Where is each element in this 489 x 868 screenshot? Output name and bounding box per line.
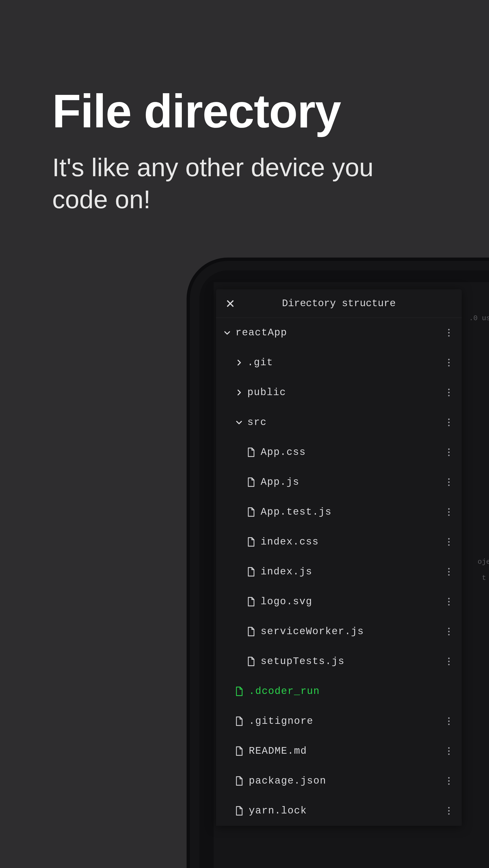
more-options-button[interactable] bbox=[443, 446, 455, 458]
hero-subtitle: It's like any other device you code on! bbox=[52, 151, 432, 215]
tree-item-label: App.css bbox=[261, 446, 443, 458]
folder-row[interactable]: src bbox=[216, 407, 462, 437]
tree-item-label: reactApp bbox=[235, 327, 443, 338]
more-vertical-icon bbox=[448, 568, 450, 576]
file-icon bbox=[247, 537, 255, 547]
hero-title: File directory bbox=[52, 88, 432, 135]
more-options-button[interactable] bbox=[443, 506, 455, 518]
tree-item-label: src bbox=[247, 417, 443, 428]
file-row[interactable]: .dcoder_run bbox=[216, 676, 462, 706]
background-code-fragment: .0 used bbox=[469, 314, 489, 322]
more-vertical-icon bbox=[448, 747, 450, 755]
file-tree: reactApp.gitpublicsrcApp.cssApp.jsApp.te… bbox=[216, 318, 462, 826]
panel-header: Directory structure bbox=[216, 289, 462, 318]
more-options-button[interactable] bbox=[443, 715, 455, 727]
folder-row[interactable]: reactApp bbox=[216, 318, 462, 348]
chevron-down-icon bbox=[235, 418, 243, 426]
more-vertical-icon bbox=[448, 657, 450, 665]
more-vertical-icon bbox=[448, 777, 450, 785]
device-screen: .0 used ry oject t it ny Directory struc… bbox=[213, 282, 489, 868]
file-icon bbox=[247, 597, 255, 607]
tree-item-label: setupTests.js bbox=[261, 656, 443, 667]
more-options-button[interactable] bbox=[443, 566, 455, 578]
file-row[interactable]: README.md bbox=[216, 736, 462, 766]
file-icon bbox=[247, 447, 255, 457]
tree-item-label: App.js bbox=[261, 476, 443, 488]
more-options-button[interactable] bbox=[443, 745, 455, 757]
file-row[interactable]: .gitignore bbox=[216, 706, 462, 736]
chevron-right-icon bbox=[235, 389, 243, 397]
more-vertical-icon bbox=[448, 717, 450, 725]
more-options-button[interactable] bbox=[443, 626, 455, 637]
more-vertical-icon bbox=[448, 359, 450, 367]
file-icon bbox=[247, 477, 255, 487]
panel-title: Directory structure bbox=[237, 298, 455, 309]
file-row[interactable]: package.json bbox=[216, 766, 462, 796]
tree-item-label: index.css bbox=[261, 536, 443, 548]
folder-row[interactable]: .git bbox=[216, 348, 462, 377]
file-row[interactable]: setupTests.js bbox=[216, 647, 462, 676]
device-frame: .0 used ry oject t it ny Directory struc… bbox=[190, 261, 489, 868]
file-icon bbox=[235, 716, 243, 726]
file-icon bbox=[247, 627, 255, 637]
file-row[interactable]: App.css bbox=[216, 437, 462, 467]
more-vertical-icon bbox=[448, 418, 450, 426]
background-code-fragment: t it bbox=[482, 574, 489, 582]
tree-item-label: logo.svg bbox=[261, 596, 443, 607]
file-icon bbox=[235, 776, 243, 786]
file-row[interactable]: yarn.lock bbox=[216, 796, 462, 826]
device-screen-bezel: .0 used ry oject t it ny Directory struc… bbox=[199, 270, 489, 868]
tree-item-label: README.md bbox=[249, 745, 443, 757]
more-vertical-icon bbox=[448, 598, 450, 606]
tree-item-label: .git bbox=[247, 357, 443, 368]
file-row[interactable]: App.js bbox=[216, 467, 462, 497]
more-options-button[interactable] bbox=[443, 596, 455, 607]
more-options-button[interactable] bbox=[443, 476, 455, 488]
close-icon bbox=[226, 300, 234, 308]
more-options-button[interactable] bbox=[443, 775, 455, 787]
more-options-button[interactable] bbox=[443, 536, 455, 548]
tree-item-label: yarn.lock bbox=[249, 805, 443, 816]
tree-item-label: .gitignore bbox=[249, 715, 443, 727]
more-vertical-icon bbox=[448, 627, 450, 636]
more-vertical-icon bbox=[448, 508, 450, 516]
file-icon bbox=[247, 567, 255, 577]
hero: File directory It's like any other devic… bbox=[52, 88, 432, 215]
directory-panel: Directory structure reactApp.gitpublicsr… bbox=[216, 289, 462, 826]
file-row[interactable]: index.js bbox=[216, 557, 462, 587]
file-icon bbox=[247, 507, 255, 517]
more-vertical-icon bbox=[448, 538, 450, 546]
folder-row[interactable]: public bbox=[216, 377, 462, 407]
tree-item-label: index.js bbox=[261, 566, 443, 578]
more-options-button[interactable] bbox=[443, 805, 455, 816]
file-row[interactable]: serviceWorker.js bbox=[216, 617, 462, 647]
more-options-button[interactable] bbox=[443, 417, 455, 428]
file-icon bbox=[235, 746, 243, 756]
chevron-down-icon bbox=[223, 329, 231, 337]
more-options-button[interactable] bbox=[443, 327, 455, 338]
tree-item-label: .dcoder_run bbox=[249, 686, 455, 697]
more-vertical-icon bbox=[448, 807, 450, 815]
more-vertical-icon bbox=[448, 389, 450, 397]
more-vertical-icon bbox=[448, 448, 450, 456]
tree-item-label: App.test.js bbox=[261, 506, 443, 518]
file-icon bbox=[235, 806, 243, 816]
file-row[interactable]: index.css bbox=[216, 527, 462, 557]
close-button[interactable] bbox=[223, 297, 237, 311]
more-options-button[interactable] bbox=[443, 357, 455, 368]
more-vertical-icon bbox=[448, 478, 450, 486]
file-row[interactable]: App.test.js bbox=[216, 497, 462, 527]
tree-item-label: public bbox=[247, 387, 443, 398]
more-options-button[interactable] bbox=[443, 656, 455, 667]
tree-item-label: package.json bbox=[249, 775, 443, 787]
more-vertical-icon bbox=[448, 329, 450, 337]
background-code-fragment: oject bbox=[478, 558, 489, 566]
file-icon bbox=[247, 656, 255, 666]
file-row[interactable]: logo.svg bbox=[216, 587, 462, 617]
file-icon bbox=[235, 686, 243, 696]
tree-item-label: serviceWorker.js bbox=[261, 626, 443, 637]
chevron-right-icon bbox=[235, 359, 243, 367]
more-options-button[interactable] bbox=[443, 387, 455, 398]
